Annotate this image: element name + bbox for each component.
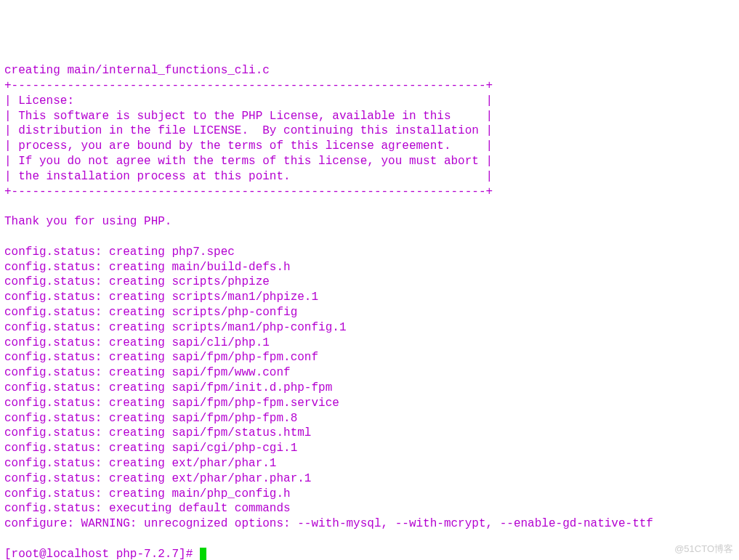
terminal-line: | process, you are bound by the terms of… — [4, 139, 735, 154]
terminal-line: +---------------------------------------… — [4, 184, 735, 200]
terminal-line: config.status: creating scripts/man1/php… — [4, 290, 735, 305]
cursor — [200, 548, 206, 560]
terminal-line: configure: WARNING: unrecognized options… — [4, 516, 735, 532]
terminal-line: config.status: creating main/build-defs.… — [4, 260, 735, 275]
watermark: @51CTO博客 — [674, 543, 733, 556]
terminal-line: config.status: creating ext/phar/phar.1 — [4, 456, 735, 471]
prompt-text: [root@localhost php-7.2.7]# — [4, 548, 200, 560]
terminal-line: config.status: creating scripts/man1/php… — [4, 320, 735, 336]
terminal-line: config.status: creating sapi/fpm/www.con… — [4, 365, 735, 381]
terminal-line: config.status: creating sapi/fpm/init.d.… — [4, 381, 735, 396]
terminal-line: config.status: creating main/php_config.… — [4, 487, 735, 502]
terminal-line: config.status: executing default command… — [4, 501, 735, 516]
terminal-line: creating main/internal_functions_cli.c — [4, 63, 735, 78]
terminal-line: Thank you for using PHP. — [4, 214, 735, 230]
terminal-line: | If you do not agree with the terms of … — [4, 154, 735, 169]
terminal-line: config.status: creating sapi/fpm/php-fpm… — [4, 350, 735, 365]
terminal-line: config.status: creating sapi/fpm/php-fpm… — [4, 411, 735, 426]
terminal-line: config.status: creating sapi/cgi/php-cgi… — [4, 441, 735, 456]
terminal-line: config.status: creating scripts/php-conf… — [4, 305, 735, 320]
terminal-line: config.status: creating scripts/phpize — [4, 275, 735, 290]
terminal-line: config.status: creating sapi/cli/php.1 — [4, 336, 735, 351]
terminal-line: | distribution in the file LICENSE. By c… — [4, 123, 735, 139]
terminal-line: +---------------------------------------… — [4, 78, 735, 94]
terminal-line: | This software is subject to the PHP Li… — [4, 109, 735, 124]
terminal-line: | the installation process at this point… — [4, 169, 735, 184]
terminal-line: config.status: creating ext/phar/phar.ph… — [4, 471, 735, 487]
terminal-line: | License: | — [4, 94, 735, 109]
prompt-line[interactable]: [root@localhost php-7.2.7]# — [4, 547, 735, 560]
terminal-line: config.status: creating sapi/fpm/status.… — [4, 426, 735, 441]
terminal-line — [4, 199, 735, 214]
terminal-line: config.status: creating php7.spec — [4, 245, 735, 260]
terminal-line — [4, 230, 735, 245]
terminal-output[interactable]: creating main/internal_functions_cli.c+-… — [4, 63, 735, 532]
terminal-line: config.status: creating sapi/fpm/php-fpm… — [4, 396, 735, 411]
